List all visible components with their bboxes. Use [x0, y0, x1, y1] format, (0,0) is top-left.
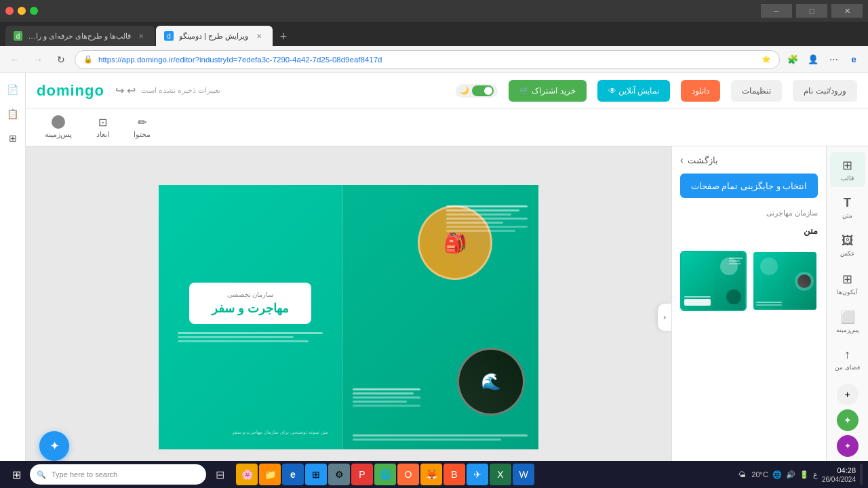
template-2-content: [753, 252, 817, 310]
settings-button[interactable]: تنظیمات: [731, 80, 782, 102]
volume-icon[interactable]: 🔊: [786, 470, 795, 479]
panel-icons[interactable]: ⊞ آیکون‌ها: [830, 266, 865, 301]
upload-icon: ↑: [844, 348, 850, 362]
taskbar-app-brave[interactable]: B: [443, 464, 465, 485]
taskbar-app-store[interactable]: ⊞: [305, 464, 327, 485]
tab-1-close[interactable]: ✕: [136, 30, 146, 41]
redo-btn[interactable]: ↪: [115, 84, 124, 97]
taskbar: ⊞ 🔍 Type here to search ⊟ 🌸 📁 e ⊞ ⚙ P 🌐 …: [0, 461, 868, 488]
browser-nav-icons: 🧩 👤 ⋯ e: [784, 51, 863, 68]
minimize-btn[interactable]: ─: [761, 4, 792, 18]
tab-2-close[interactable]: ✕: [254, 30, 264, 41]
panel-space-label: فضای من: [835, 364, 860, 371]
forward-btn[interactable]: →: [28, 50, 47, 69]
maximize-btn[interactable]: □: [796, 4, 827, 18]
extra-icon-2[interactable]: ✦: [837, 409, 859, 431]
sidebar-back-btn[interactable]: بازگشت ›: [680, 155, 818, 165]
preview-button[interactable]: نمایش آنلاین 👁: [597, 80, 671, 102]
tab-1-icon: d: [14, 31, 22, 41]
tool-background[interactable]: پس‌زمینه: [39, 113, 77, 142]
left-panel: 📄 📋 ⊞: [0, 73, 26, 488]
taskbar-search[interactable]: 🔍 Type here to search: [30, 464, 206, 485]
task-view-btn[interactable]: ⊟: [209, 464, 231, 485]
battery-icon[interactable]: 🔋: [800, 470, 809, 479]
more-btn[interactable]: ⋯: [825, 51, 842, 68]
start-button[interactable]: ⊞: [5, 464, 27, 485]
template-icon: ⊞: [842, 158, 852, 173]
taskbar-app-explorer[interactable]: 📁: [259, 464, 281, 485]
taskbar-app-opera[interactable]: O: [397, 464, 419, 485]
taskbar-app-edge[interactable]: e: [282, 464, 304, 485]
taskbar-app-telegram[interactable]: ✈: [467, 464, 488, 485]
network-icon[interactable]: 🌐: [772, 470, 782, 479]
design-footer-text: متن نمونه توضیحی برای سازمان مهاجرت و سف…: [172, 428, 328, 436]
tab-2-icon: d: [164, 31, 174, 41]
tab-2-label: ویرایش طرح | دومینگو: [179, 32, 248, 41]
panel-photo[interactable]: 🖼 عکس: [830, 228, 865, 263]
tool-dimensions[interactable]: ⊡ ابعاد: [91, 113, 115, 142]
photo-icon: 🖼: [842, 234, 854, 248]
weather-icon: 🌤: [738, 470, 746, 479]
panel-my-space[interactable]: ↑ فضای من: [830, 342, 865, 377]
taskbar-apps: 🌸 📁 e ⊞ ⚙ P 🌐 O 🦊 B ✈ X W: [236, 464, 534, 485]
canvas-area: سازمان تخصصی مهاجرت و سفر متن نمونه توضی…: [26, 146, 671, 488]
panel-text-label: متن: [842, 212, 852, 219]
time-display: 04:28: [822, 466, 856, 476]
taskbar-app-chrome[interactable]: 🌐: [374, 464, 396, 485]
main-content: سازمان تخصصی مهاجرت و سفر متن نمونه توضی…: [26, 146, 868, 488]
floating-action-btn[interactable]: ✦: [39, 431, 69, 461]
show-desktop-btn[interactable]: [860, 464, 863, 485]
taskbar-app-word[interactable]: W: [513, 464, 534, 485]
close-btn[interactable]: ✕: [831, 4, 863, 18]
apply-all-pages-btn[interactable]: انتخاب و جایگزینی تمام صفحات: [680, 174, 818, 198]
tool-content[interactable]: ✏ محتوا: [128, 113, 156, 142]
dimensions-icon: ⊡: [98, 116, 107, 129]
design-circle-2: 🌊: [457, 348, 525, 415]
design-divider: [342, 185, 342, 449]
profile-btn[interactable]: 👤: [804, 51, 822, 68]
collapse-arrow[interactable]: ›: [658, 304, 671, 331]
address-bar[interactable]: 🔒 https://app.domingo.ir/editor?industry…: [75, 50, 780, 69]
search-placeholder: Type here to search: [52, 470, 117, 479]
back-btn[interactable]: ←: [5, 50, 24, 69]
login-button[interactable]: ورود/ثبت نام: [793, 80, 857, 102]
theme-toggle[interactable]: 🌙: [456, 84, 498, 98]
window-controls: ─ □ ✕: [761, 4, 863, 18]
tab-2[interactable]: d ویرایش طرح | دومینگو ✕: [156, 26, 273, 46]
date-display: 26/04/2024: [822, 476, 856, 483]
taskbar-app-excel[interactable]: X: [490, 464, 511, 485]
extra-icon-1[interactable]: +: [837, 384, 859, 405]
app-container: 📄 📋 ⊞ domingo تغییرات ذخیره نشده است ↩ ↪…: [0, 73, 868, 488]
download-button[interactable]: دانلود: [681, 80, 720, 102]
taskbar-app-calendar[interactable]: 🌸: [236, 464, 258, 485]
share-button[interactable]: خرید اشتراک 🛒: [509, 80, 587, 102]
left-panel-layers[interactable]: ⊞: [2, 127, 24, 149]
template-2-preview: [753, 252, 817, 310]
design-title-box: سازمان تخصصی مهاجرت و سفر: [189, 283, 311, 324]
taskbar-app-settings[interactable]: ⚙: [328, 464, 350, 485]
left-panel-file[interactable]: 📄: [2, 79, 24, 100]
panel-text[interactable]: T متن: [830, 190, 865, 225]
address-text: https://app.domingo.ir/editor?industryId…: [98, 56, 756, 64]
extra-icon-3[interactable]: ✦: [837, 435, 859, 457]
taskbar-app-firefox[interactable]: 🦊: [420, 464, 442, 485]
clock[interactable]: 04:28 26/04/2024: [822, 466, 856, 483]
template-card-1[interactable]: [680, 251, 747, 311]
extensions-btn[interactable]: 🧩: [784, 51, 802, 68]
design-left-text: [172, 332, 328, 344]
nav-bar: ← → ↻ 🔒 https://app.domingo.ir/editor?in…: [0, 46, 868, 73]
panel-background[interactable]: ⬜ پس‌زمینه: [830, 304, 865, 339]
design-text-block-top: [446, 205, 528, 234]
theme-toggle-track[interactable]: [472, 85, 494, 96]
refresh-btn[interactable]: ↻: [52, 50, 71, 69]
left-panel-clipboard[interactable]: 📋: [2, 103, 24, 125]
app-header: domingo تغییرات ذخیره نشده است ↩ ↪ 🌙 خری…: [26, 73, 868, 108]
panel-template[interactable]: ⊞ قالب: [830, 152, 865, 187]
template-card-2[interactable]: [752, 251, 818, 311]
new-tab-btn[interactable]: +: [274, 27, 293, 46]
tool-bar: پس‌زمینه ⊡ ابعاد ✏ محتوا: [26, 108, 868, 146]
taskbar-app-mail[interactable]: P: [351, 464, 373, 485]
tab-1[interactable]: d قالب‌ها و طرح‌های حرفه‌ای و رایگان ✕: [5, 26, 155, 46]
section-subtitle: سازمان مهاجرتی: [766, 209, 818, 218]
undo-btn[interactable]: ↩: [127, 84, 136, 97]
